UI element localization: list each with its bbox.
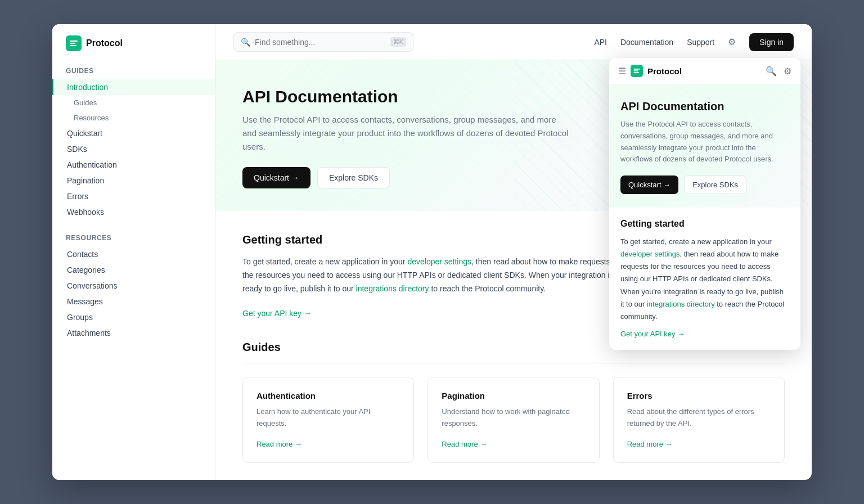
nav-link-api[interactable]: API [594,38,607,47]
nav-links: API Documentation Support ⚙ Sign in [594,33,794,51]
getting-started-text-1: To get started, create a new application… [242,257,407,266]
sidebar-item-messages[interactable]: Messages [52,294,215,309]
overlay-getting-started-desc: To get started, create a new application… [620,236,789,323]
sidebar-item-categories[interactable]: Categories [52,262,215,278]
overlay-logo-icon [631,65,643,77]
guides-grid: Authentication Learn how to authenticate… [242,377,785,463]
api-key-link[interactable]: Get your API key → [242,309,312,318]
overlay-hero: API Documentation Use the Protocol API t… [609,84,800,208]
guide-card-auth-read-more[interactable]: Read more → [256,440,302,448]
getting-started-text-3: to reach the Protocol community. [429,284,546,293]
sidebar-item-pagination[interactable]: Pagination [52,173,215,188]
guide-card-errors-title: Errors [627,391,771,400]
getting-started-description: To get started, create a new application… [242,255,625,295]
guide-card-pagination-title: Pagination [442,391,585,400]
nav-link-documentation[interactable]: Documentation [620,38,673,47]
overlay-desc-part1: To get started, create a new application… [620,237,772,246]
theme-icon[interactable]: ⚙ [728,37,736,47]
overlay-logo: ☰ Protocol [618,65,682,77]
search-kbd: ⌘K [390,37,406,47]
quickstart-button[interactable]: Quickstart → [242,167,310,188]
guides-section-label: Guides [52,67,215,79]
overlay-top-nav: ☰ Protocol 🔍 ⚙ [609,58,800,84]
sidebar: Protocol Guides Introduction Guides Reso… [52,24,215,480]
search-input[interactable] [255,38,386,47]
overlay-developer-settings-link[interactable]: developer settings [620,250,680,258]
sidebar-item-attachments[interactable]: Attachments [52,325,215,341]
overlay-gear-icon[interactable]: ⚙ [784,66,791,76]
sidebar-item-resources[interactable]: Resources [52,110,215,125]
sidebar-item-contacts[interactable]: Contacts [52,246,215,262]
sidebar-item-guides[interactable]: Guides [52,95,215,110]
nav-link-support[interactable]: Support [687,38,714,47]
overlay-integrations-directory-link[interactable]: integrations directory [647,300,715,308]
logo-icon [66,35,82,51]
guide-card-errors: Errors Read about the different types of… [613,377,785,463]
integrations-directory-link[interactable]: integrations directory [356,284,429,293]
guide-card-pagination-desc: Understand how to work with paginated re… [442,406,585,430]
overlay-api-key-link[interactable]: Get your API key → [620,330,685,338]
top-nav: 🔍 ⌘K API Documentation Support ⚙ Sign in [215,24,812,60]
overlay-actions: Quickstart → Explore SDKs [620,176,789,194]
guide-card-errors-read-more[interactable]: Read more → [627,440,673,448]
developer-settings-link[interactable]: developer settings [407,257,471,266]
overlay-getting-started-title: Getting started [620,219,789,229]
overlay-top-icons: 🔍 ⚙ [766,66,791,76]
guide-card-authentication: Authentication Learn how to authenticate… [242,377,414,463]
sidebar-item-errors[interactable]: Errors [52,188,215,204]
overlay-search-icon[interactable]: 🔍 [766,66,777,76]
guide-card-pagination: Pagination Understand how to work with p… [428,377,599,463]
sign-in-button[interactable]: Sign in [749,33,794,51]
explore-sdks-button[interactable]: Explore SDKs [317,167,390,188]
sidebar-divider [52,227,215,227]
guide-card-errors-desc: Read about the different types of errors… [627,406,771,430]
search-icon: 🔍 [241,38,250,47]
app-window: Protocol Guides Introduction Guides Reso… [52,24,812,480]
overlay-hero-desc: Use the Protocol API to access contacts,… [620,119,789,165]
resources-section-label: Resources [52,234,215,246]
search-bar[interactable]: 🔍 ⌘K [233,32,413,52]
sidebar-item-authentication[interactable]: Authentication [52,157,215,173]
sidebar-logo: Protocol [52,35,215,62]
guides-divider [242,363,785,363]
overlay-menu-icon[interactable]: ☰ [618,66,626,76]
sidebar-item-conversations[interactable]: Conversations [52,278,215,294]
overlay-quickstart-button[interactable]: Quickstart → [620,176,678,194]
sidebar-item-groups[interactable]: Groups [52,309,215,325]
overlay-content: Getting started To get started, create a… [609,208,800,350]
guide-card-pagination-read-more[interactable]: Read more → [442,440,487,448]
guide-card-auth-desc: Learn how to authenticate your API reque… [256,406,400,430]
guide-card-auth-title: Authentication [256,391,400,400]
overlay-panel: ☰ Protocol 🔍 ⚙ API Documentation Use the… [609,58,800,350]
overlay-explore-sdks-button[interactable]: Explore SDKs [684,176,746,194]
main-content: 🔍 ⌘K API Documentation Support ⚙ Sign in… [215,24,812,480]
overlay-logo-text: Protocol [647,66,682,76]
logo-text: Protocol [86,38,123,48]
sidebar-item-introduction[interactable]: Introduction [52,79,215,95]
sidebar-item-sdks[interactable]: SDKs [52,141,215,157]
sidebar-item-quickstart[interactable]: Quickstart [52,125,215,141]
overlay-hero-title: API Documentation [620,100,789,113]
sidebar-item-webhooks[interactable]: Webhooks [52,204,215,220]
